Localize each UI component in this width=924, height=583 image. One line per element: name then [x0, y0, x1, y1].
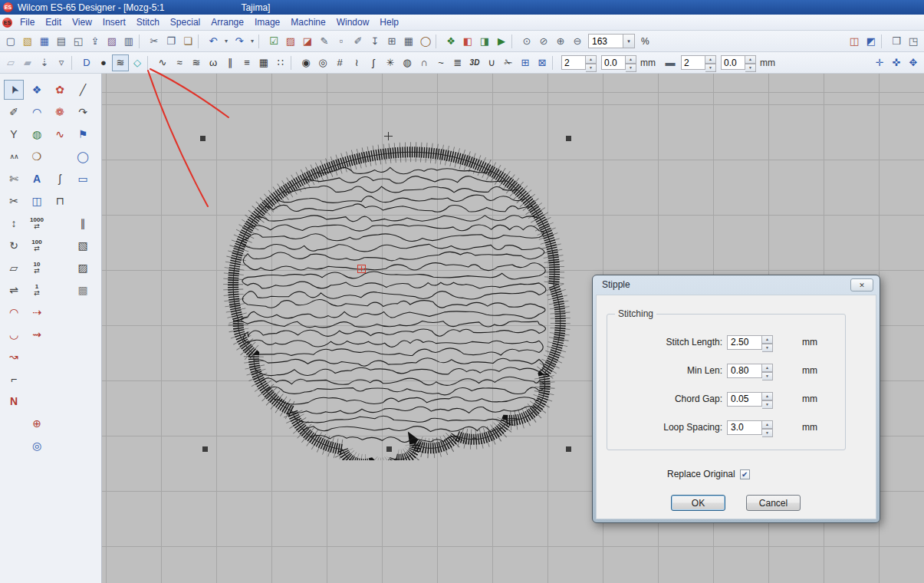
print-worksheet-icon[interactable]: ❒ — [888, 33, 905, 50]
buttonhole-tool[interactable]: ⊓ — [50, 191, 70, 211]
grid-snap-icon[interactable]: ⊠ — [534, 54, 551, 71]
print-preview-icon[interactable]: ◱ — [70, 33, 87, 50]
spiral-fill-icon[interactable]: ◎ — [314, 54, 331, 71]
zoom-in-icon[interactable]: ⊕ — [552, 33, 569, 50]
cut-icon[interactable]: ✂ — [146, 33, 163, 50]
needle-drop-icon[interactable]: ↧ — [367, 33, 383, 50]
stitch-angles-icon[interactable]: ≣ — [449, 54, 466, 71]
knife-tool[interactable]: ✄ — [4, 169, 24, 189]
contour-fill-icon[interactable]: ◉ — [298, 54, 314, 71]
triple-run-icon[interactable]: ≈ — [171, 54, 188, 71]
spin-up-icon[interactable]: ▲ — [745, 55, 756, 64]
spin-up-icon[interactable]: ▲ — [762, 392, 773, 400]
numeric-input[interactable] — [601, 55, 626, 70]
design-windows-icon[interactable]: ◫ — [846, 33, 863, 50]
skew-tool[interactable]: ▱ — [4, 258, 24, 278]
spin-up-icon[interactable]: ▲ — [626, 55, 636, 64]
stamp-tool[interactable]: ❍ — [27, 147, 47, 166]
arc-digitize-tool[interactable]: ↷ — [73, 102, 93, 122]
spin-up-icon[interactable]: ▲ — [705, 55, 716, 64]
grid-show-icon[interactable]: ⊞ — [517, 54, 534, 71]
corner-line-tool[interactable]: ⌐ — [4, 369, 24, 389]
spin-up-icon[interactable]: ▲ — [762, 364, 773, 372]
design-properties-icon[interactable]: ▥ — [120, 33, 137, 50]
replace-original-checkbox[interactable]: ✔ — [740, 469, 750, 479]
nudge-10-tool[interactable]: 10⇄ — [27, 258, 47, 278]
weave-fill-icon[interactable]: # — [331, 54, 348, 71]
open-curve-tool[interactable]: ◠ — [4, 302, 24, 322]
menu-item[interactable]: File — [15, 15, 40, 29]
needle-points-icon[interactable]: ⇣ — [36, 54, 53, 71]
spin-up-icon[interactable]: ▲ — [762, 335, 773, 344]
motif-run-icon[interactable]: ω — [205, 54, 222, 71]
tatami-fill-icon[interactable]: ≡ — [238, 54, 255, 71]
menu-item[interactable]: Edit — [40, 15, 67, 29]
field-input[interactable] — [727, 392, 762, 407]
remove-overlaps-icon[interactable]: ◪ — [299, 33, 316, 50]
menu-item[interactable]: Machine — [285, 15, 330, 29]
spin-up-icon[interactable]: ▲ — [586, 55, 597, 64]
florentine-effect-icon[interactable]: ≀ — [348, 54, 365, 71]
pattern-stamp-tool[interactable]: ▩ — [73, 280, 93, 300]
numeric-input[interactable] — [681, 55, 705, 70]
rectangle-tool[interactable]: ▭ — [73, 169, 93, 189]
open-design-icon[interactable]: ▧ — [19, 33, 36, 50]
undo-icon[interactable]: ↶ — [205, 33, 222, 50]
dotted-select-icon[interactable]: ▫ — [333, 33, 350, 50]
offset-object-icon[interactable]: ◇ — [129, 54, 146, 71]
freehand-run-tool[interactable]: ʃ — [50, 169, 70, 189]
selection-handle[interactable] — [202, 446, 208, 452]
overview-window-icon[interactable]: ◩ — [863, 33, 880, 50]
run-stitch-tool[interactable]: ⇢ — [27, 302, 47, 322]
export-view-icon[interactable]: ◳ — [905, 33, 922, 50]
dialog-close-icon[interactable]: ✕ — [850, 278, 873, 292]
rotate-tool[interactable]: ↻ — [4, 236, 24, 255]
column-b-tool[interactable]: ▧ — [73, 236, 93, 255]
add-hole-tool[interactable]: ⊕ — [27, 413, 47, 433]
color-film-icon[interactable]: ◧ — [459, 33, 476, 50]
trim-icon[interactable]: ✁ — [500, 54, 517, 71]
select-object-tool[interactable]: ➤ — [4, 80, 24, 100]
digitize-letter-d-icon[interactable]: D — [78, 54, 95, 71]
field-input[interactable] — [727, 335, 762, 350]
freehand-select-tool[interactable]: ✐ — [4, 102, 24, 122]
menu-item[interactable]: Stitch — [131, 15, 165, 29]
liquid-effect-icon[interactable]: ʃ — [365, 54, 382, 71]
single-run-icon[interactable]: ∿ — [154, 54, 171, 71]
mirror-merge-tool[interactable]: ⚑ — [73, 124, 93, 144]
ripple-fill-icon[interactable]: ◍ — [399, 54, 416, 71]
monogram-tool[interactable]: ◫ — [27, 191, 47, 211]
hatch-fill-tool[interactable]: ╱ — [73, 80, 93, 100]
column-c-tool[interactable]: ▨ — [73, 258, 93, 278]
insert-symbol-tool[interactable]: ✿ — [50, 80, 70, 100]
menu-item[interactable]: Image — [249, 15, 285, 29]
selection-handle[interactable] — [566, 446, 571, 452]
spin-down-icon[interactable]: ▼ — [705, 64, 716, 72]
menu-item[interactable]: Window — [331, 15, 375, 29]
ellipse-tool[interactable]: ◯ — [73, 147, 93, 166]
nudge-1000-tool[interactable]: 1000⇄ — [27, 213, 47, 233]
new-design-icon[interactable]: ▢ — [2, 33, 19, 50]
menu-item[interactable]: Special — [165, 15, 206, 29]
select-verify-icon[interactable]: ☑ — [265, 33, 282, 50]
spin-down-icon[interactable]: ▼ — [762, 400, 773, 409]
spin-down-icon[interactable]: ▼ — [762, 372, 773, 380]
stemstitch-icon[interactable]: ~ — [432, 54, 449, 71]
trapunto-icon[interactable]: ∪ — [483, 54, 500, 71]
field-input[interactable] — [727, 420, 762, 435]
selection-handle[interactable] — [200, 136, 206, 141]
fabric-background-icon[interactable]: ▨ — [282, 33, 299, 50]
ok-button[interactable]: OK — [671, 495, 725, 511]
sculpture-run-icon[interactable]: ≋ — [188, 54, 205, 71]
lettering-tool[interactable]: A — [27, 169, 47, 189]
embroidery-design[interactable] — [194, 130, 577, 460]
penetrations-icon[interactable]: ⊞ — [383, 33, 400, 50]
jump-stitch-tool[interactable]: ⇝ — [27, 324, 47, 344]
numeric-input[interactable] — [721, 55, 745, 70]
star-fill-icon[interactable]: ✳ — [382, 54, 399, 71]
measure-tool[interactable]: ↕ — [4, 213, 24, 233]
undo-dropdown-icon[interactable]: ▾ — [222, 33, 231, 50]
scissors-tool[interactable]: ✂ — [4, 191, 24, 211]
pan-tool-icon[interactable]: ✛ — [871, 54, 888, 71]
zigzag-run-tool[interactable]: ∿ — [50, 124, 70, 144]
